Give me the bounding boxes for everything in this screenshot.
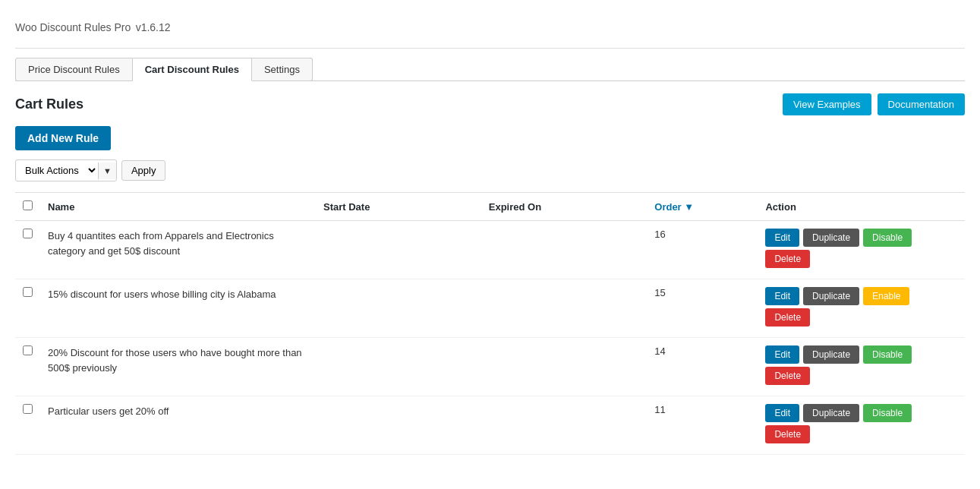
order-cell: 15 — [647, 279, 758, 338]
rule-name: 15% discount for users whose billing cit… — [48, 289, 276, 300]
disable-button[interactable]: Disable — [863, 229, 912, 247]
table-row: Buy 4 quantites each from Apparels and E… — [15, 221, 965, 279]
col-name: Name — [40, 193, 316, 221]
col-expired-on: Expired On — [481, 193, 648, 221]
expired-on-cell — [481, 279, 648, 338]
edit-button[interactable]: Edit — [765, 345, 799, 364]
order-cell: 11 — [647, 396, 758, 455]
bulk-apply-button[interactable]: Apply — [121, 160, 166, 181]
duplicate-button[interactable]: Duplicate — [803, 229, 859, 247]
delete-button[interactable]: Delete — [765, 367, 810, 385]
row-checkbox[interactable] — [23, 345, 33, 355]
row-checkbox[interactable] — [23, 404, 33, 414]
rule-name: 20% Discount for those users who have bo… — [48, 347, 302, 374]
edit-button[interactable]: Edit — [765, 287, 799, 305]
expired-on-cell — [481, 338, 648, 396]
delete-button[interactable]: Delete — [765, 425, 810, 443]
rules-table: Name Start Date Expired On Order ▼ Actio… — [15, 192, 965, 455]
bulk-actions-select[interactable]: Bulk Actions ▼ — [15, 159, 117, 181]
rule-name: Buy 4 quantites each from Apparels and E… — [48, 230, 274, 257]
start-date-cell — [316, 221, 481, 279]
col-start-date: Start Date — [316, 193, 481, 221]
tab-cart-discount[interactable]: Cart Discount Rules — [133, 58, 252, 81]
table-row: Particular users get 20% off 11 Edit Dup… — [15, 396, 965, 455]
action-cell: Edit Duplicate Enable Delete — [758, 279, 965, 338]
rule-name: Particular users get 20% off — [48, 405, 169, 417]
col-order[interactable]: Order ▼ — [647, 193, 758, 221]
view-examples-button[interactable]: View Examples — [783, 93, 871, 115]
table-row: 15% discount for users whose billing cit… — [15, 279, 965, 338]
bulk-actions-arrow[interactable]: ▼ — [98, 162, 116, 179]
edit-button[interactable]: Edit — [765, 404, 799, 422]
tab-settings[interactable]: Settings — [252, 58, 313, 81]
bulk-actions-dropdown[interactable]: Bulk Actions — [16, 160, 98, 181]
row-checkbox[interactable] — [23, 229, 33, 238]
start-date-cell — [316, 279, 481, 338]
add-new-rule-button[interactable]: Add New Rule — [15, 126, 111, 150]
row-checkbox[interactable] — [23, 287, 33, 297]
expired-on-cell — [481, 221, 648, 279]
start-date-cell — [316, 396, 481, 455]
duplicate-button[interactable]: Duplicate — [803, 287, 859, 305]
delete-button[interactable]: Delete — [765, 250, 810, 268]
action-cell: Edit Duplicate Disable Delete — [758, 396, 965, 455]
order-cell: 14 — [647, 338, 758, 396]
disable-button[interactable]: Disable — [863, 404, 912, 422]
tab-price-discount[interactable]: Price Discount Rules — [15, 58, 133, 81]
action-cell: Edit Duplicate Disable Delete — [758, 221, 965, 279]
disable-button[interactable]: Disable — [863, 345, 912, 364]
expired-on-cell — [481, 396, 648, 455]
duplicate-button[interactable]: Duplicate — [803, 404, 859, 422]
start-date-cell — [316, 338, 481, 396]
documentation-button[interactable]: Documentation — [878, 93, 965, 115]
duplicate-button[interactable]: Duplicate — [803, 345, 859, 364]
delete-button[interactable]: Delete — [765, 308, 810, 327]
order-cell: 16 — [647, 221, 758, 279]
app-title: Woo Discount Rules Pro v1.6.12 — [15, 15, 965, 36]
section-title: Cart Rules — [15, 96, 84, 112]
select-all-checkbox[interactable] — [23, 200, 33, 210]
edit-button[interactable]: Edit — [765, 229, 799, 247]
col-action: Action — [758, 193, 965, 221]
table-row: 20% Discount for those users who have bo… — [15, 338, 965, 396]
action-cell: Edit Duplicate Disable Delete — [758, 338, 965, 396]
tab-bar: Price Discount Rules Cart Discount Rules… — [15, 58, 965, 81]
enable-button[interactable]: Enable — [863, 287, 909, 305]
